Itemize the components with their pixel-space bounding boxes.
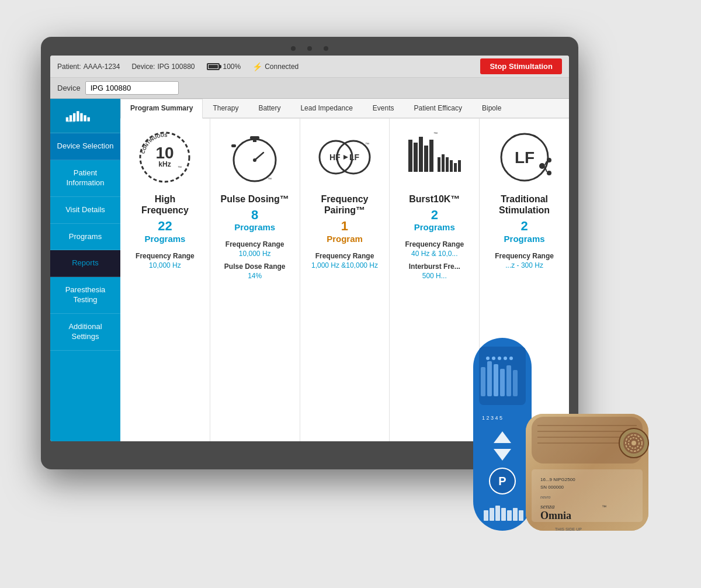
svg-rect-62 [484,510,488,521]
tab-therapy[interactable]: Therapy [203,99,248,117]
svg-text:nevro: nevro [66,119,75,123]
tab-program-summary[interactable]: Program Summary [120,99,203,119]
svg-rect-30 [438,157,440,172]
scene: Patient: AAAA-1234 Device: IPG 100880 10… [29,25,672,563]
tab-events[interactable]: Events [363,99,404,117]
sidebar-label-paresthesia-testing: Paresthesia Testing [65,285,106,304]
frequency-pairing-unit: Program [327,234,363,244]
pulse-dosing-icon: ™ [225,128,284,186]
svg-rect-4 [80,113,82,122]
device-row-label: Device [57,84,81,92]
svg-point-46 [486,357,490,360]
svg-rect-26 [414,143,418,172]
traditional-stimulation-icon: LF [495,128,554,186]
frequency-pairing-name: Frequency Pairing™ [306,193,384,216]
svg-text:LF: LF [514,148,534,167]
burst10k-freq-value: 40 Hz & 10,0... [411,250,457,258]
traditional-stimulation-freq-value: ...z - 300 Hz [505,261,543,269]
patient-status: Patient: AAAA-1234 [57,63,120,71]
connection-status: ⚡ Connected [252,62,299,71]
sidebar-label-programs: Programs [69,232,102,241]
svg-point-50 [509,357,513,360]
svg-text:HF: HF [329,153,341,162]
sidebar: nevro Device Selection Patient Informati… [50,99,120,441]
sidebar-item-paresthesia-testing[interactable]: Paresthesia Testing [50,277,120,314]
pulse-dosing-dose-label: Pulse Dose Range [224,262,286,271]
sidebar-item-reports[interactable]: Reports [50,250,120,277]
program-col-pulse-dosing: ™ Pulse Dosing™ 8 Programs Frequency Ran… [210,119,300,441]
program-col-high-frequency: CONTINUOUS 10 kHz ™ High [120,119,210,441]
frequency-pairing-freq-value: 1,000 Hz &10,000 Hz [311,261,378,269]
svg-rect-16 [231,144,236,147]
svg-rect-25 [408,140,412,172]
svg-rect-51 [481,367,485,396]
svg-text:Omnia: Omnia [540,510,571,521]
svg-point-41 [547,171,551,175]
traditional-stimulation-count: 2 [520,219,528,233]
sidebar-item-visit-details[interactable]: Visit Details [50,197,120,224]
svg-rect-65 [501,508,506,521]
svg-text:kHz: kHz [159,160,171,168]
sidebar-label-device-selection: Device Selection [57,141,114,150]
svg-text:10: 10 [156,144,174,162]
frequency-pairing-count: 1 [341,219,348,233]
svg-text:™: ™ [365,142,369,146]
sidebar-label-visit-details: Visit Details [65,205,105,214]
high-frequency-unit: Programs [144,234,185,244]
svg-rect-66 [507,510,512,521]
svg-rect-31 [442,154,445,172]
battery-pct: 100% [223,63,241,71]
tab-battery[interactable]: Battery [248,99,290,117]
sidebar-item-additional-settings[interactable]: Additional Settings [50,314,120,351]
status-bar: Patient: AAAA-1234 Device: IPG 100880 10… [50,56,569,78]
camera-dot-2 [307,46,312,51]
battery-icon [207,63,220,70]
device-status: Device: IPG 100880 [131,63,195,71]
svg-rect-32 [446,157,449,172]
svg-rect-27 [419,137,423,172]
svg-text:THIS SIDE UP: THIS SIDE UP [555,527,582,531]
sidebar-label-patient-information: Patient Information [66,168,104,187]
burst10k-count: 2 [431,208,438,222]
camera-dot-1 [291,46,296,51]
burst10k-interburst-label: Interburst Fre... [409,262,460,271]
svg-point-47 [492,357,495,360]
pulse-dosing-name: Pulse Dosing™ [221,193,289,205]
traditional-stimulation-freq-label: Frequency Range [495,252,554,260]
high-frequency-freq-label: Frequency Range [136,252,195,260]
battery-status: 100% [207,63,241,71]
stop-stimulation-button[interactable]: Stop Stimultation [480,58,562,74]
tab-patient-efficacy[interactable]: Patient Efficacy [404,99,473,117]
device-label: Device: [131,63,155,71]
high-frequency-freq-value: 10,000 Hz [149,261,181,269]
patient-label: Patient: [57,63,81,71]
svg-text:™: ™ [178,165,182,170]
traditional-stimulation-unit: Programs [504,234,545,244]
svg-rect-67 [513,508,518,521]
device-id-status: IPG 100880 [157,63,195,71]
svg-rect-15 [253,139,256,142]
pulse-dosing-dose-value: 14% [248,272,262,280]
frequency-pairing-freq-label: Frequency Range [315,252,374,260]
ipg-device: 16...9 NIPG2500 SN 000000 nevro senza Om… [520,408,654,554]
tab-lead-impedance[interactable]: Lead Impedance [290,99,362,117]
tabs-bar: Program Summary Therapy Battery Lead Imp… [120,99,569,119]
battery-fill [209,65,218,68]
sidebar-label-reports: Reports [72,258,99,267]
traditional-stimulation-name: Traditional Stimulation [485,193,563,216]
device-input[interactable] [85,81,179,95]
svg-rect-29 [429,140,433,172]
svg-rect-33 [450,160,453,172]
svg-rect-3 [77,111,79,122]
device-row: Device [50,78,569,99]
connection-label: Connected [265,63,299,71]
camera-dot-3 [324,46,328,51]
sidebar-item-patient-information[interactable]: Patient Information [50,160,120,197]
svg-rect-52 [487,361,492,396]
sidebar-item-programs[interactable]: Programs [50,224,120,251]
pulse-dosing-unit: Programs [234,222,275,232]
tab-bipole[interactable]: Bipole [472,99,511,117]
sidebar-item-device-selection[interactable]: Device Selection [50,133,120,160]
high-frequency-icon: CONTINUOUS 10 kHz ™ [136,128,194,186]
burst10k-freq-label: Frequency Range [405,240,464,248]
